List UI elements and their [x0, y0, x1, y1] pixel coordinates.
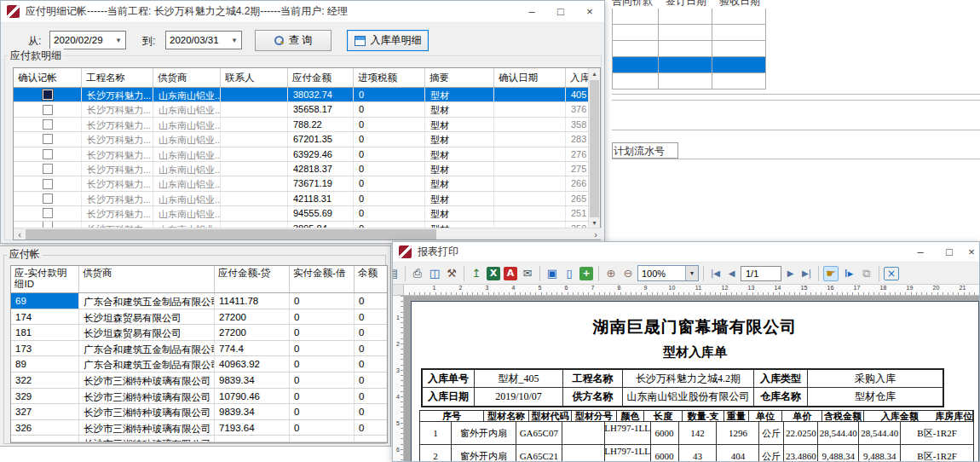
column-header[interactable]: 供货商: [153, 68, 221, 87]
contract-column-header[interactable]: 签订日期: [666, 0, 719, 9]
confirm-checkbox[interactable]: [43, 164, 53, 174]
vertical-scrollbar[interactable]: ▴ ▾: [588, 68, 600, 229]
table-row[interactable]: 长沙万科魅力... 山东南山铝业... 73671.19 0 型材 266: [14, 176, 600, 191]
table-cell: [355, 436, 387, 442]
query-button[interactable]: 查 询: [255, 30, 331, 51]
column-header[interactable]: 实付金额-借: [290, 266, 355, 292]
table-cell: 山东南山铝业...: [153, 192, 221, 205]
scroll-left-icon[interactable]: ‹: [14, 229, 26, 240]
page-indicator[interactable]: 1/1: [741, 266, 781, 281]
table-cell: 0: [290, 372, 355, 388]
confirm-checkbox[interactable]: [43, 134, 53, 144]
item-row: 1 窗外开内扇 GA65C07 LH797-1LL 6000 142 1296 …: [420, 422, 973, 445]
table-row[interactable]: 长沙万科魅力... 山东南山铝业... 94555.69 0 型材 251: [14, 206, 600, 221]
table-row[interactable]: [612, 9, 766, 25]
table-row[interactable]: 长沙万科魅力... 山东南山铝业... 42818.37 0 型材 275: [14, 162, 600, 176]
confirm-checkbox[interactable]: [43, 105, 53, 115]
zoom-out-icon[interactable]: ⊖: [620, 266, 636, 281]
hand-tool-icon[interactable]: ☛: [823, 266, 839, 281]
from-date-select[interactable]: 2020/02/29 ▾: [49, 31, 126, 49]
maximize-button[interactable]: □: [935, 241, 964, 263]
table-row[interactable]: 326 长沙市三湘特种玻璃有限公司 7193.64 0 0: [11, 420, 387, 436]
zoom-select[interactable]: 100% ▾: [637, 265, 699, 281]
first-page-icon[interactable]: |◀: [708, 269, 723, 278]
column-header[interactable]: 联系人: [221, 68, 288, 87]
table-row[interactable]: 329 长沙市三湘特种玻璃有限公司 10790.46 0 0: [11, 389, 387, 405]
column-header[interactable]: 应付金额: [288, 68, 354, 87]
table-cell: [11, 436, 79, 442]
scrollbar-thumb[interactable]: [26, 229, 436, 240]
table-row[interactable]: 长沙万科魅力... 山东南山铝业... 42118.31 0 型材 265: [14, 192, 600, 206]
column-header[interactable]: 摘要: [425, 68, 494, 87]
scrollbar-thumb[interactable]: [590, 80, 599, 217]
column-header[interactable]: 工程名称: [82, 68, 153, 87]
page-icon[interactable]: ▯: [562, 266, 577, 281]
confirm-checkbox[interactable]: [43, 90, 53, 100]
scroll-up-icon[interactable]: ▴: [589, 68, 600, 80]
column-header[interactable]: 进项税额: [354, 68, 425, 87]
confirm-checkbox[interactable]: [43, 193, 53, 204]
table-row[interactable]: 长沙万科魅力... 山东南山铝业... 63929.46 0 型材 276: [14, 147, 600, 162]
tools-icon[interactable]: ⚒: [444, 266, 459, 281]
close-preview-icon[interactable]: ×: [884, 267, 899, 280]
column-header[interactable]: 应-实付款明细ID: [11, 266, 79, 292]
pdf-export-icon[interactable]: A: [504, 267, 517, 280]
print-icon[interactable]: ⎙: [410, 266, 425, 281]
page-setup-icon[interactable]: ▤: [393, 266, 401, 281]
last-page-icon[interactable]: ▶|: [799, 269, 814, 278]
table-row[interactable]: 长沙万科魅力... 山东南山铝业... 38032.74 0 型材 405: [14, 88, 600, 102]
table-row[interactable]: [612, 73, 766, 90]
contract-column-header[interactable]: 合同价款: [612, 0, 666, 9]
horizontal-scrollbar[interactable]: ‹ ›: [14, 228, 602, 240]
confirm-checkbox[interactable]: [43, 149, 53, 159]
add-page-icon[interactable]: +: [579, 267, 593, 280]
to-date-value: 2020/03/31: [166, 35, 228, 45]
close-button[interactable]: ×: [964, 241, 979, 263]
excel-export-icon[interactable]: X: [487, 267, 500, 280]
table-row[interactable]: 长沙万科魅力... 山东南山铝业... 67201.35 0 型材 283: [14, 132, 600, 147]
table-row[interactable]: 长沙市三湘特种玻璃有限公司: [11, 436, 387, 442]
table-row[interactable]: 174 长沙坦森贸易有限公司 27200 0 0: [11, 309, 387, 326]
table-row[interactable]: 长沙万科魅力... 山东南山铝业... 35658.17 0 型材 376: [14, 102, 600, 117]
confirm-checkbox[interactable]: [43, 119, 53, 130]
table-row[interactable]: 89 广东合和建筑五金制品有限公司 40963.92 0 0: [11, 356, 387, 372]
contract-column-header[interactable]: 验收日期: [719, 0, 760, 9]
scroll-right-icon[interactable]: ›: [590, 229, 602, 240]
minimize-button[interactable]: –: [906, 241, 935, 263]
item-cell: LH797-1LL: [605, 422, 651, 444]
copy-pages-icon[interactable]: ⧉: [859, 266, 874, 281]
export-icon[interactable]: ↥: [469, 266, 484, 281]
column-header: 型材代码: [529, 411, 571, 421]
table-cell: 40963.92: [215, 356, 290, 372]
confirm-checkbox[interactable]: [43, 208, 53, 218]
mail-icon[interactable]: ✉: [520, 266, 535, 281]
zoom-in-icon[interactable]: ⊕: [603, 266, 619, 281]
table-row[interactable]: [612, 25, 766, 41]
inbound-detail-button[interactable]: 入库单明细: [347, 30, 429, 51]
column-header[interactable]: 应付金额-贷: [215, 266, 290, 292]
contract-table: 合同价款签订日期验收日期: [612, 0, 766, 90]
column-header[interactable]: 入库: [566, 68, 590, 87]
table-row[interactable]: 长沙万科魅力... 山东南山铝业... 788.22 0 型材 358: [14, 118, 600, 132]
save-icon[interactable]: ▣: [545, 266, 560, 281]
column-header[interactable]: 确认记帐: [14, 68, 82, 87]
to-date-select[interactable]: 2020/03/31 ▾: [165, 31, 242, 49]
book-icon[interactable]: ◫: [427, 266, 442, 281]
close-button[interactable]: ×: [575, 1, 604, 23]
table-row[interactable]: 173 广东合和建筑五金制品有限公司 774.4 0 0: [11, 341, 387, 357]
selected-table-row[interactable]: [612, 57, 766, 73]
column-header[interactable]: 余额: [355, 266, 387, 292]
minimize-button[interactable]: –: [517, 1, 546, 23]
column-header[interactable]: 确认日期: [494, 68, 566, 87]
table-row[interactable]: 322 长沙市三湘特种玻璃有限公司 9839.34 0 0: [11, 372, 387, 389]
text-select-icon[interactable]: I▸: [841, 266, 856, 281]
next-page-icon[interactable]: ▶: [783, 269, 798, 278]
prev-page-icon[interactable]: ◀: [724, 269, 739, 278]
column-header[interactable]: 供货商: [79, 266, 215, 292]
confirm-checkbox[interactable]: [43, 179, 53, 189]
table-row[interactable]: [612, 41, 766, 57]
table-row[interactable]: 69 广东合和建筑五金制品有限公司 11411.78 0 0: [11, 293, 387, 309]
maximize-button[interactable]: □: [546, 1, 575, 23]
table-row[interactable]: 327 长沙市三湘特种玻璃有限公司 9839.34 0 0: [11, 404, 387, 420]
table-row[interactable]: 181 长沙坦森贸易有限公司 27200 0 0: [11, 325, 387, 341]
